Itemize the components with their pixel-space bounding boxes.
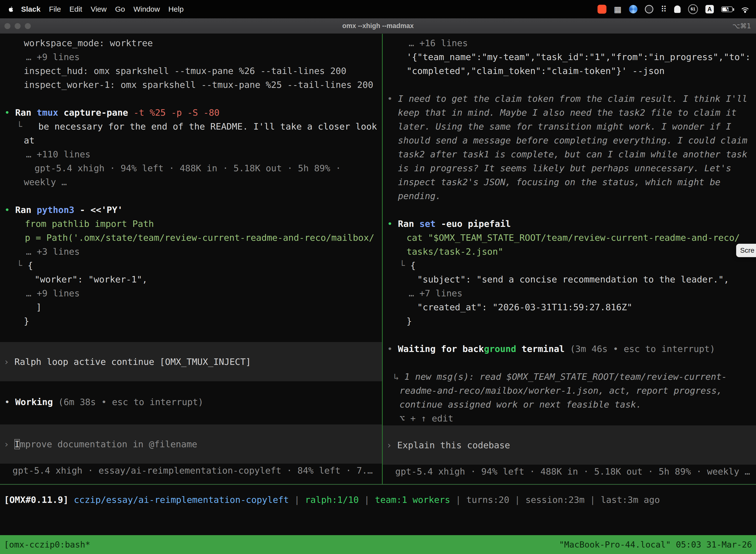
left-pane[interactable]: workspace_mode: worktree… +9 linesinspec… <box>0 34 382 484</box>
dark-circle-app-icon[interactable] <box>645 5 653 13</box>
wifi-icon[interactable] <box>740 5 750 13</box>
text-segment: • <box>4 107 15 118</box>
close-button[interactable] <box>4 23 10 29</box>
menu-item-help[interactable]: Help <box>164 5 188 13</box>
right-pane[interactable]: … +16 lines'{"team_name":"my-team","task… <box>383 34 756 484</box>
terminal-line: "created_at": "2026-03-31T11:59:27.816Z" <box>383 300 756 314</box>
text-segment: } <box>406 316 412 326</box>
text-segment: later. Using the same for transition mig… <box>398 121 731 131</box>
text-segment: Waiting for back <box>398 344 484 354</box>
screen-notification-overlay[interactable]: Scre <box>736 244 756 257</box>
terminal-window: omx --xhigh --madmax ⌥⌘1 workspace_mode:… <box>0 18 756 554</box>
terminal-line: p = Path('.omx/state/team/review-current… <box>0 231 382 245</box>
text-segment: I need to get the claim token from the c… <box>398 94 747 104</box>
text-segment: • <box>387 94 398 104</box>
text-segment: "created_at": "2026-03-31T11:59:27.816Z" <box>417 302 632 312</box>
zoom-button[interactable] <box>25 23 31 29</box>
terminal-line: └ be necessary for the end of the README… <box>0 120 382 133</box>
menu-items: SlackFileEditViewGoWindowHelp <box>0 5 188 13</box>
terminal-line: inspect task2's JSON, focusing on the st… <box>383 175 756 189</box>
text-segment: ↳ <box>394 372 404 382</box>
text-segment: is in progress? It seems likely but perh… <box>398 163 731 173</box>
blue-pinwheel-app-icon[interactable] <box>629 5 637 13</box>
text-segment: ralph:1/10 <box>305 495 359 505</box>
text-segment: Explain this codebase <box>397 440 510 450</box>
terminal-line <box>383 203 756 217</box>
prompt-input-right[interactable]: › Explain this codebase <box>383 426 756 465</box>
menu-item-file[interactable]: File <box>45 5 65 13</box>
apple-icon[interactable] <box>7 5 14 13</box>
terminal-line <box>383 356 756 370</box>
text-segment: └ <box>17 260 27 271</box>
terminal-line: pending. <box>383 189 756 203</box>
terminal-line: continue assigned work or next feasible … <box>383 398 756 411</box>
battery-percent-icon[interactable]: 61 <box>688 4 698 14</box>
ghost-app-icon[interactable] <box>674 5 681 13</box>
menu-status-icons: ▦ ⠿ 61 A ϟ <box>597 4 756 14</box>
terminal-line <box>0 328 382 342</box>
text-segment: terminal <box>516 344 565 354</box>
text-segment: keep that in mind. Maybe I also need the… <box>398 107 737 118</box>
terminal-line: '{"team_name":"my-team","task_id":"1","f… <box>383 50 756 64</box>
text-segment: mprove documentation in @filename <box>20 439 197 449</box>
minimize-button[interactable] <box>15 23 20 29</box>
window-shortcut: ⌥⌘1 <box>733 18 751 34</box>
screen-recording-indicator-icon[interactable] <box>597 5 607 14</box>
text-segment: p = Path('.omx/state/team/review-current… <box>25 233 374 243</box>
terminal-line: tasks/task-2.json" <box>383 245 756 259</box>
window-title: omx --xhigh --madmax <box>342 22 414 30</box>
text-segment: … +16 lines <box>409 38 468 48</box>
text-segment: Working <box>15 397 53 407</box>
text-segment: • <box>4 205 15 215</box>
menu-item-go[interactable]: Go <box>111 5 129 13</box>
text-segment: Ran <box>15 107 37 118</box>
terminal-line: … +16 lines <box>383 36 756 50</box>
terminal-line: ⌥ + ↑ edit <box>383 411 756 426</box>
text-segment: should send a message before completing … <box>398 135 747 146</box>
text-segment: inspect task2's JSON, focusing on the st… <box>398 177 720 187</box>
text-segment: › <box>4 439 14 449</box>
terminal-line: "completed","claim_token":"claim-token"}… <box>383 64 756 78</box>
window-titlebar[interactable]: omx --xhigh --madmax ⌥⌘1 <box>0 18 756 34</box>
menu-item-slack[interactable]: Slack <box>17 5 45 13</box>
app-grid-icon[interactable]: ⠿ <box>661 5 667 13</box>
text-cursor: I <box>14 439 20 449</box>
terminal-line: … +9 lines <box>0 286 382 300</box>
text-segment: workspace_mode: worktree <box>24 38 153 48</box>
battery-icon[interactable]: ϟ <box>721 6 733 12</box>
tmux-panes: workspace_mode: worktree… +9 linesinspec… <box>0 34 756 484</box>
text-segment: tasks/task-2.json" <box>406 246 503 257</box>
text-segment: at <box>24 135 35 146</box>
menu-item-view[interactable]: View <box>86 5 111 13</box>
terminal-line: • Ran tmux capture-pane -t %25 -p -S -80 <box>0 106 382 120</box>
terminal-line: } <box>0 314 382 328</box>
text-segment: - <<'PY' <box>80 205 123 215</box>
prompt-input-left[interactable]: › Improve documentation in @filename <box>0 425 382 464</box>
text-segment: be necessary for the end of the README. … <box>39 121 377 131</box>
terminal: workspace_mode: worktree… +9 linesinspec… <box>0 34 756 554</box>
menu-item-edit[interactable]: Edit <box>65 5 86 13</box>
text-segment: task2 after task1 is complete, but can I… <box>398 149 747 159</box>
screen: SlackFileEditViewGoWindowHelp ▦ ⠿ 61 A ϟ… <box>0 0 756 554</box>
menu-item-window[interactable]: Window <box>129 5 164 13</box>
text-segment <box>68 495 74 505</box>
terminal-line: inspect_worker-1: omx sparkshell --tmux-… <box>0 78 382 92</box>
input-source-icon[interactable]: A <box>705 5 714 13</box>
text-segment: "worker": "worker-1", <box>35 274 147 284</box>
terminal-line: at <box>0 133 382 148</box>
terminal-line: … +110 lines <box>0 148 382 161</box>
terminal-line <box>383 328 756 342</box>
grid-app-icon[interactable]: ▦ <box>614 5 622 13</box>
text-segment: gpt-5.4 xhigh · 94% left · 488K in · 5.1… <box>395 466 750 477</box>
text-segment: "completed","claim_token":"claim-token"}… <box>406 66 665 76</box>
text-segment: python3 <box>37 205 80 215</box>
text-segment: -euo pipefail <box>441 219 511 229</box>
terminal-line: … +3 lines <box>0 245 382 259</box>
omx-status-line: [OMX#0.11.9] cczip/essay/ai-reimplementa… <box>4 493 756 507</box>
text-segment: … +110 lines <box>26 149 90 159</box>
text-segment: readme-and-reco/mailbox/worker-1.json, a… <box>399 385 722 396</box>
text-segment: • <box>387 219 398 229</box>
text-segment: last:3m ago <box>601 495 660 505</box>
text-segment: › <box>4 357 14 367</box>
text-segment: [OMX#0.11.9] <box>4 495 68 505</box>
